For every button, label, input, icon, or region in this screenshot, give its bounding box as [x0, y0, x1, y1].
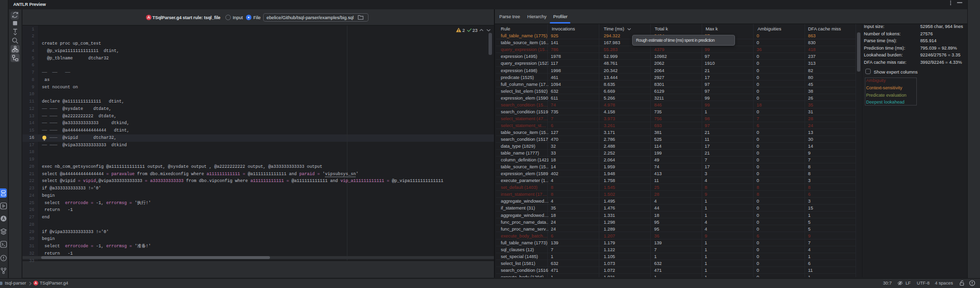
svg-text:23: 23 [472, 27, 478, 33]
svg-text:2: 2 [463, 27, 465, 33]
